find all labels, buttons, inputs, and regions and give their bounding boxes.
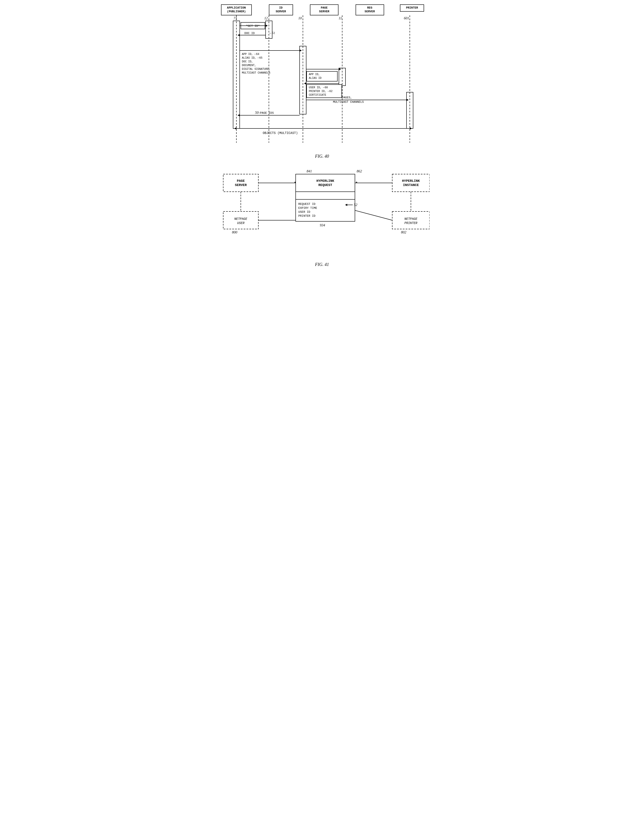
svg-text:OBJECTS (MULTICAST): OBJECTS (MULTICAST) (263, 131, 298, 135)
fig40-svg: 71 12 10 11 601 "GET ID" DOC ID (219, 15, 429, 152)
svg-text:NETPAGE: NETPAGE (405, 217, 417, 221)
svg-text:HYPERLINK: HYPERLINK (316, 179, 334, 183)
fig41-caption: FIG. 41 (219, 262, 425, 267)
app-publisher-box: APPLICATION (PUBLISHER) (221, 5, 252, 15)
diagram-container: APPLICATION (PUBLISHER) IDSERVER PAGESER… (219, 5, 425, 267)
svg-text:PAGE: PAGE (237, 179, 245, 183)
svg-text:PRINTER ID, ←62: PRINTER ID, ←62 (309, 90, 333, 93)
fig41: PAGE SERVER NETPAGE USER 800 HYPERLINK R… (219, 168, 425, 267)
svg-text:ALIAS ID: ALIAS ID (309, 77, 322, 80)
svg-text:10: 10 (298, 16, 302, 20)
svg-text:USER ID, ←60: USER ID, ←60 (309, 86, 328, 89)
fig40: APPLICATION (PUBLISHER) IDSERVER PAGESER… (219, 5, 425, 159)
svg-text:NETPAGE: NETPAGE (235, 217, 247, 221)
printer-box: PRINTER (400, 5, 424, 12)
svg-text:800: 800 (232, 231, 237, 234)
svg-text:→PAGE IDS: →PAGE IDS (258, 111, 274, 115)
svg-text:934: 934 (320, 223, 325, 227)
reg-server-label: REGSERVER (365, 6, 375, 13)
svg-line-88 (355, 211, 392, 220)
svg-text:INSTANCE: INSTANCE (403, 183, 419, 187)
svg-text:PAGES,: PAGES, (342, 96, 352, 99)
fig41-svg: PAGE SERVER NETPAGE USER 800 HYPERLINK R… (219, 168, 429, 260)
id-server-label: IDSERVER (276, 6, 286, 13)
svg-text:*: * (355, 181, 358, 186)
svg-text:802: 802 (401, 231, 406, 234)
svg-marker-20 (238, 34, 240, 36)
svg-marker-37 (304, 82, 306, 85)
svg-text:71: 71 (233, 16, 237, 20)
svg-text:←51: ←51 (269, 31, 275, 35)
svg-marker-24 (300, 49, 302, 52)
svg-text:DOC ID,: DOC ID, (242, 60, 253, 63)
svg-text:11: 11 (339, 16, 342, 20)
svg-text:841: 841 (307, 169, 312, 173)
svg-text:USER: USER (237, 221, 245, 225)
svg-text:USER ID: USER ID (298, 211, 310, 214)
svg-marker-32 (339, 68, 341, 70)
app-publisher-label: APPLICATION (PUBLISHER) (227, 6, 246, 13)
svg-marker-47 (238, 114, 240, 117)
svg-text:52: 52 (354, 203, 357, 207)
svg-text:*: * (294, 181, 296, 186)
svg-text:601: 601 (404, 16, 409, 20)
svg-marker-18 (265, 25, 268, 27)
printer-label: PRINTER (406, 6, 418, 9)
svg-text:HYPERLINK: HYPERLINK (402, 179, 420, 183)
svg-rect-54 (223, 174, 258, 192)
svg-text:REQUEST ID: REQUEST ID (298, 203, 316, 206)
svg-text:CERTIFICATE: CERTIFICATE (309, 94, 326, 97)
svg-text:DOCUMENT,: DOCUMENT, (242, 64, 256, 67)
page-server-box: PAGESERVER (310, 5, 339, 15)
svg-text:EXPIRY TIME: EXPIRY TIME (298, 206, 317, 210)
id-server-box: IDSERVER (269, 5, 293, 15)
svg-rect-61 (296, 174, 355, 192)
svg-text:DIGITAL SIGNATURE,: DIGITAL SIGNATURE, (242, 68, 270, 71)
fig40-caption: FIG. 40 (219, 154, 425, 159)
svg-text:PRINTER ID: PRINTER ID (298, 214, 316, 218)
reg-server-box: REGSERVER (356, 5, 384, 15)
svg-marker-52 (234, 128, 236, 129)
svg-text:DOC ID: DOC ID (245, 32, 255, 35)
svg-text:862: 862 (357, 169, 362, 173)
svg-text:SERVER: SERVER (235, 183, 247, 187)
svg-text:APP ID, ←64: APP ID, ←64 (242, 53, 259, 56)
svg-text:ALIAS ID, ←65: ALIAS ID, ←65 (242, 57, 262, 60)
svg-text:REQUEST: REQUEST (318, 183, 332, 187)
svg-text:PRINTER: PRINTER (405, 221, 417, 225)
svg-text:"GET ID": "GET ID" (246, 25, 260, 28)
svg-text:MULTICAST CHANNELS: MULTICAST CHANNELS (242, 71, 270, 74)
svg-rect-68 (392, 174, 429, 192)
svg-marker-43 (406, 99, 409, 101)
svg-text:APP ID,: APP ID, (309, 73, 320, 76)
svg-text:50: 50 (255, 111, 259, 114)
svg-rect-11 (265, 21, 272, 38)
svg-marker-51 (410, 128, 412, 129)
svg-text:12: 12 (264, 16, 268, 20)
svg-text:MULTICAST CHANNELS: MULTICAST CHANNELS (333, 100, 364, 104)
page-server-label: PAGESERVER (319, 6, 330, 13)
